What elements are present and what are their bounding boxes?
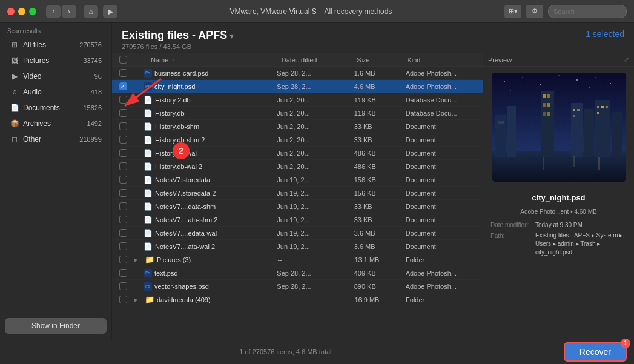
maximize-button[interactable] <box>29 8 36 15</box>
minimize-button[interactable] <box>18 8 25 15</box>
table-row[interactable]: 📄 NotesV7....edata-wal Jun 19, 2... 3.6 … <box>112 227 483 240</box>
svg-rect-15 <box>543 94 546 98</box>
row-checkbox[interactable] <box>119 242 127 250</box>
sort-arrow: ↑ <box>171 58 174 64</box>
table-row[interactable]: 📄 NotesV7....ata-wal 2 Jun 19, 2... 3.6 … <box>112 240 483 253</box>
file-date: Sep 28, 2... <box>272 83 354 90</box>
row-checkbox[interactable] <box>119 122 127 130</box>
table-row[interactable]: Ps vector-shapes.psd Sep 28, 2... 890 KB… <box>112 280 483 293</box>
nav-buttons: ‹ › <box>46 5 76 18</box>
row-checkbox[interactable] <box>119 202 127 210</box>
col-name-header[interactable]: Name ↑ <box>148 56 277 64</box>
row-checkbox-cell[interactable] <box>112 176 134 184</box>
sidebar-item-other[interactable]: ◻ Other 218999 <box>2 132 109 147</box>
row-checkbox-cell[interactable] <box>112 136 134 144</box>
sidebar-item-documents[interactable]: 📄 Documents 15826 <box>2 101 109 115</box>
header-checkbox[interactable] <box>119 56 127 64</box>
row-checkbox-cell[interactable]: ✓ <box>112 82 134 90</box>
file-date: Sep 28, 2... <box>272 70 354 77</box>
row-checkbox-cell[interactable] <box>112 96 134 104</box>
table-row[interactable]: Ps business-card.psd Sep 28, 2... 1.6 MB… <box>112 67 483 80</box>
row-checkbox-cell[interactable] <box>112 122 134 130</box>
title-dropdown-arrow[interactable]: ▾ <box>229 31 234 41</box>
file-name: History.db-wal <box>155 150 197 157</box>
col-date-header[interactable]: Date...dified <box>277 56 357 64</box>
svg-point-4 <box>558 75 560 76</box>
search-input[interactable] <box>548 5 627 18</box>
col-size-header[interactable]: Size <box>357 56 407 64</box>
row-checkbox[interactable] <box>119 176 127 184</box>
row-checkbox[interactable] <box>119 69 127 77</box>
table-row[interactable]: 📄 History.db Jun 2, 20... 119 KB Databas… <box>112 107 483 120</box>
show-in-finder-button[interactable]: Show in Finder <box>5 318 107 334</box>
table-row[interactable]: 📄 NotesV7....data-shm Jun 19, 2... 33 KB… <box>112 200 483 213</box>
row-checkbox[interactable] <box>119 136 127 144</box>
row-checkbox-cell[interactable] <box>112 162 134 170</box>
sidebar-item-archives[interactable]: 📦 Archives 1492 <box>2 116 109 131</box>
file-table-area: Name ↑ Date...dified Size Kind Ps busine… <box>112 53 483 339</box>
row-checkbox-cell[interactable] <box>112 282 134 290</box>
row-checkbox[interactable] <box>119 149 127 157</box>
file-name-cell: 📄 History.db <box>144 109 272 117</box>
file-name: NotesV7....data-shm <box>155 203 216 210</box>
row-checkbox[interactable] <box>119 109 127 117</box>
file-table-rows[interactable]: Ps business-card.psd Sep 28, 2... 1.6 MB… <box>112 67 483 339</box>
row-checkbox-cell[interactable] <box>112 109 134 117</box>
row-checkbox[interactable] <box>119 269 127 277</box>
sidebar-item-all-files[interactable]: ⊞ All files 270576 <box>2 38 109 52</box>
table-row[interactable]: ✓ Ps city_night.psd Sep 28, 2... 4.6 MB … <box>112 80 483 93</box>
content-header-left: Existing files - APFS ▾ 270576 files / 4… <box>122 29 234 50</box>
row-checkbox[interactable]: ✓ <box>119 82 127 90</box>
row-checkbox[interactable] <box>119 189 127 197</box>
row-checkbox-cell[interactable] <box>112 242 134 250</box>
row-checkbox-cell[interactable] <box>112 256 134 263</box>
expand-icon[interactable]: ▶ <box>134 257 144 263</box>
row-checkbox-cell[interactable] <box>112 149 134 157</box>
row-checkbox-cell[interactable] <box>112 296 134 303</box>
forward-button[interactable]: › <box>62 5 76 18</box>
row-checkbox-cell[interactable] <box>112 189 134 197</box>
svg-rect-31 <box>597 112 599 114</box>
row-checkbox-cell[interactable] <box>112 229 134 237</box>
row-checkbox-cell[interactable] <box>112 69 134 77</box>
row-checkbox-cell[interactable] <box>112 269 134 277</box>
table-row[interactable]: 📄 History.db-shm Jun 2, 20... 33 KB Docu… <box>112 120 483 133</box>
row-checkbox[interactable] <box>119 216 127 223</box>
preview-expand-icon[interactable]: ⤢ <box>624 56 629 64</box>
table-row[interactable]: 📄 History.db-wal Jun 2, 20... 486 KB Doc… <box>112 147 483 160</box>
expand-icon[interactable]: ▶ <box>134 297 144 303</box>
settings-button[interactable]: ⚙ <box>526 5 543 18</box>
row-checkbox-cell[interactable] <box>112 202 134 210</box>
table-row[interactable]: 📄 NotesV7.storedata 2 Jun 19, 2... 156 K… <box>112 187 483 200</box>
svg-rect-16 <box>547 94 550 98</box>
back-button[interactable]: ‹ <box>46 5 61 18</box>
table-row[interactable]: 📄 History 2.db Jun 2, 20... 119 KB Datab… <box>112 93 483 107</box>
table-row[interactable]: 📄 NotesV7....ata-shm 2 Jun 19, 2... 33 K… <box>112 213 483 227</box>
row-checkbox[interactable] <box>119 256 127 263</box>
table-row[interactable]: ▶ 📁 davidmerala (409) 16.9 MB Folder <box>112 293 483 306</box>
table-row[interactable]: ▶ 📁 Pictures (3) -- 13.1 MB Folder <box>112 253 483 266</box>
table-row[interactable]: Ps text.psd Sep 28, 2... 409 KB Adobe Ph… <box>112 266 483 280</box>
table-row[interactable]: 📄 History.db-shm 2 Jun 2, 20... 33 KB Do… <box>112 133 483 147</box>
table-row[interactable]: 📄 NotesV7.storedata Jun 19, 2... 156 KB … <box>112 173 483 187</box>
sidebar: Scan results ⊞ All files 270576 🖼 Pictur… <box>0 23 112 339</box>
table-row[interactable]: 📄 History.db-wal 2 Jun 2, 20... 486 KB D… <box>112 160 483 173</box>
recover-button[interactable]: Recover <box>564 342 627 362</box>
home-button[interactable]: ⌂ <box>84 5 98 18</box>
play-button[interactable]: ▶ <box>103 5 117 18</box>
row-checkbox[interactable] <box>119 162 127 170</box>
sidebar-item-pictures[interactable]: 🖼 Pictures 33745 <box>2 53 109 68</box>
row-checkbox[interactable] <box>119 296 127 303</box>
row-checkbox-cell[interactable] <box>112 216 134 223</box>
file-name: text.psd <box>154 270 178 277</box>
file-kind: Document <box>406 230 483 237</box>
row-checkbox[interactable] <box>119 96 127 104</box>
view-options-button[interactable]: ⊞▾ <box>504 5 521 18</box>
file-icon: 📄 <box>144 122 153 131</box>
row-checkbox[interactable] <box>119 282 127 290</box>
col-kind-header[interactable]: Kind <box>407 56 483 64</box>
close-button[interactable] <box>7 8 15 15</box>
sidebar-item-video[interactable]: ▶ Video 96 <box>2 69 109 84</box>
row-checkbox[interactable] <box>119 229 127 237</box>
sidebar-item-audio[interactable]: ♫ Audio 418 <box>2 85 109 99</box>
